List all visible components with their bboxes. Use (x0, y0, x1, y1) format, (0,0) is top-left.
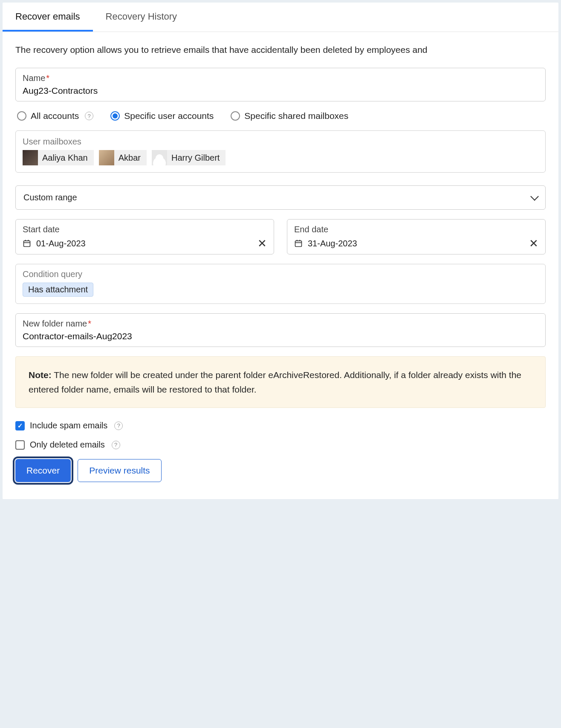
clear-start-date-icon[interactable]: ✕ (257, 238, 267, 249)
svg-rect-0 (24, 241, 30, 246)
avatar-icon (152, 150, 167, 165)
recover-emails-panel: Recover emails Recovery History The reco… (3, 3, 558, 499)
condition-chip[interactable]: Has attachment (23, 283, 93, 297)
description-text: The recovery option allows you to retrie… (15, 45, 546, 55)
name-label: Name* (23, 73, 538, 83)
include-spam-checkbox[interactable]: ✓ Include spam emails ? (15, 421, 546, 430)
note-text: The new folder will be created under the… (29, 370, 521, 394)
chevron-down-icon (530, 192, 539, 201)
start-date-label: Start date (23, 225, 267, 234)
folder-name-value[interactable]: Contractor-emails-Aug2023 (23, 331, 538, 341)
name-field[interactable]: Name* Aug23-Contractors (15, 68, 546, 101)
end-date-label: End date (294, 225, 538, 234)
select-value: Custom range (23, 193, 77, 202)
end-date-value: 31-Aug-2023 (308, 239, 357, 248)
date-range-select[interactable]: Custom range (15, 185, 546, 210)
folder-name-label: New folder name* (23, 319, 538, 329)
only-deleted-checkbox[interactable]: Only deleted emails ? (15, 440, 546, 450)
svg-rect-4 (295, 241, 302, 246)
help-icon[interactable]: ? (114, 422, 123, 430)
preview-results-button[interactable]: Preview results (78, 459, 161, 482)
folder-name-label-text: New folder name (23, 319, 87, 328)
new-folder-name-field[interactable]: New folder name* Contractor-emails-Aug20… (15, 313, 546, 347)
chip-name: Harry Gilbert (171, 153, 220, 163)
mailbox-chip[interactable]: Akbar (99, 150, 147, 165)
checkbox-label: Only deleted emails (30, 440, 105, 450)
chip-name: Akbar (119, 153, 141, 163)
date-range-row: Start date 01-Aug-2023 ✕ End date 31-Aug… (15, 219, 546, 254)
mailbox-chips: Aaliya Khan Akbar Harry Gilbert (23, 150, 538, 165)
action-buttons: Recover Preview results (15, 459, 546, 482)
calendar-icon (294, 239, 303, 248)
user-mailboxes-box[interactable]: User mailboxes Aaliya Khan Akbar Harry G… (15, 130, 546, 173)
radio-specific-users[interactable]: Specific user accounts (110, 111, 214, 121)
radio-icon (110, 111, 120, 121)
mailboxes-label: User mailboxes (23, 137, 538, 147)
clear-end-date-icon[interactable]: ✕ (529, 238, 538, 249)
required-asterisk: * (88, 319, 91, 328)
radio-icon (231, 111, 240, 121)
tab-recovery-history[interactable]: Recovery History (93, 3, 190, 32)
help-icon[interactable]: ? (85, 112, 93, 120)
calendar-icon (23, 239, 31, 248)
scope-radio-group: All accounts ? Specific user accounts Sp… (15, 111, 546, 121)
name-label-text: Name (23, 73, 45, 83)
name-value[interactable]: Aug23-Contractors (23, 86, 538, 96)
checkbox-label: Include spam emails (30, 421, 107, 430)
tab-recover-emails[interactable]: Recover emails (3, 3, 93, 32)
recover-button[interactable]: Recover (15, 459, 71, 482)
form-content: The recovery option allows you to retrie… (3, 32, 558, 499)
avatar-icon (23, 150, 38, 165)
note-box: Note: The new folder will be created und… (15, 356, 546, 408)
help-icon[interactable]: ? (112, 441, 120, 449)
required-asterisk: * (46, 73, 49, 83)
radio-label: Specific shared mailboxes (244, 111, 348, 121)
radio-specific-shared[interactable]: Specific shared mailboxes (231, 111, 348, 121)
radio-icon (17, 111, 26, 121)
tabs-bar: Recover emails Recovery History (3, 3, 558, 32)
avatar-icon (99, 150, 114, 165)
mailbox-chip[interactable]: Aaliya Khan (23, 150, 94, 165)
start-date-field[interactable]: Start date 01-Aug-2023 ✕ (15, 219, 274, 254)
checkbox-icon (15, 440, 25, 450)
condition-query-field[interactable]: Condition query Has attachment (15, 264, 546, 304)
radio-label: All accounts (31, 111, 79, 121)
mailbox-chip[interactable]: Harry Gilbert (152, 150, 226, 165)
chip-name: Aaliya Khan (42, 153, 88, 163)
condition-label: Condition query (23, 269, 538, 279)
radio-label: Specific user accounts (124, 111, 214, 121)
radio-all-accounts[interactable]: All accounts ? (17, 111, 93, 121)
end-date-field[interactable]: End date 31-Aug-2023 ✕ (287, 219, 546, 254)
note-prefix: Note: (29, 370, 52, 380)
start-date-value: 01-Aug-2023 (36, 239, 86, 248)
checkbox-icon: ✓ (15, 421, 25, 430)
